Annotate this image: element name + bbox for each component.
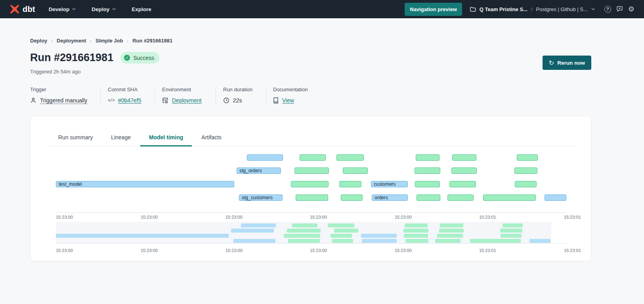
axis-tick-label: 15:23:00 [141,215,158,219]
gantt-bar-stg_customers[interactable]: stg_customers [239,194,283,201]
gantt-bar-orders[interactable]: orders [372,194,408,201]
breadcrumb-deployment[interactable]: Deployment [57,38,86,44]
nav-menu: Develop Deploy Explore [49,6,151,12]
environment-link[interactable]: Deployment [172,97,202,104]
overview-bars [56,223,567,243]
breadcrumb-separator: › [90,38,92,43]
chevron-down-icon [591,8,595,10]
gantt-bar[interactable] [294,167,329,174]
gantt-bar[interactable] [296,194,328,201]
meta-documentation: Documentation View [266,87,325,104]
gantt-bar[interactable] [415,181,440,187]
mini-bar [288,239,320,243]
mini-bar [503,223,523,227]
run-detail-card: Run summary Lineage Model timing Artifac… [30,116,591,261]
nav-item-develop[interactable]: Develop [49,6,76,12]
documentation-view-link[interactable]: View [282,97,294,104]
breadcrumb-deploy[interactable]: Deploy [30,38,47,44]
gantt-bar[interactable] [483,194,536,201]
gantt-bar[interactable] [416,154,440,161]
nav-item-deploy[interactable]: Deploy [92,6,116,12]
gantt-bar[interactable] [545,194,566,201]
axis-tick-label: 15:23:00 [310,215,327,219]
duration-value: 22s [233,97,242,104]
gantt-bar-stg_orders[interactable]: stg_orders [237,167,281,174]
gantt-bar[interactable] [300,154,326,161]
model-timing-gantt: stg_orderstest_modelcustomersstg_custome… [56,154,567,201]
folder-icon [470,7,476,12]
page-title: Run #291661981 [30,52,113,64]
mini-bar [529,239,550,243]
help-icon[interactable]: ? [604,6,611,13]
chevron-down-icon [112,8,116,10]
tab-run-summary[interactable]: Run summary [50,129,101,146]
tab-lineage[interactable]: Lineage [102,129,140,146]
gantt-bar[interactable] [343,167,368,174]
nav-item-label: Explore [132,6,151,12]
mini-bar [292,223,317,227]
project-selector[interactable]: Q Team Pristine S... / Postgres | Github… [470,6,595,12]
meta-run-duration: Run duration 22s [216,87,266,104]
gantt-bar[interactable] [517,154,538,161]
trigger-value[interactable]: Triggered manually [40,97,87,104]
gantt-bar[interactable] [415,167,440,174]
timeline-overview-brush[interactable] [56,222,567,244]
gantt-bar[interactable] [447,194,474,201]
gantt-bar[interactable] [515,181,537,187]
mini-bar [440,223,463,227]
dbt-logo-icon [10,4,20,14]
top-navbar: dbt Develop Deploy Explore Navigation pr… [0,0,644,18]
gear-icon[interactable]: ⚙ [628,6,634,13]
axis-tick-label: 15:23:00 [395,215,412,219]
gantt-bar[interactable] [291,181,329,187]
axis-tick-label: 15:23:00 [56,215,73,219]
mini-bar [361,234,397,238]
gantt-bar[interactable] [449,181,476,187]
gantt-bar[interactable] [247,154,283,161]
mini-bar [241,223,276,227]
nav-item-explore[interactable]: Explore [132,6,151,12]
gantt-bar[interactable] [339,181,361,187]
gantt-bar[interactable] [451,167,477,174]
mini-bar [405,223,428,227]
mini-bar [284,234,320,238]
commit-sha-link[interactable]: #0b47ef5 [118,97,141,104]
gantt-bar-customers[interactable]: customers [371,181,408,187]
status-label: Success [133,55,154,61]
axis-tick-label: 15:23:00 [310,248,327,253]
nav-icons: ? ⚙ [604,6,634,13]
project-separator: / [531,6,533,12]
rerun-now-button[interactable]: ↻ Rerun now [543,56,591,70]
mini-bar [56,234,229,238]
dbt-logo-text: dbt [23,5,35,14]
gantt-bar[interactable] [417,194,440,201]
mini-bar [231,229,274,233]
triggered-timestamp: Triggered 2h 54m ago [30,69,80,75]
mini-bar [362,239,397,243]
axis-tick-label: 15:23:00 [395,248,412,253]
meta-label: Trigger [30,87,92,92]
gantt-bar[interactable] [336,154,364,161]
feedback-icon[interactable] [616,6,623,12]
tab-bar: Run summary Lineage Model timing Artifac… [46,116,575,146]
refresh-icon: ↻ [549,59,554,67]
breadcrumb-current-run: Run #291661981 [132,38,172,44]
navigation-preview-button[interactable]: Navigation preview [405,3,462,16]
tab-artifacts[interactable]: Artifacts [193,129,230,146]
gantt-bar-test_model[interactable]: test_model [56,181,234,187]
dbt-logo[interactable]: dbt [10,4,35,14]
run-meta-row: Trigger Triggered manually Commit SHA </… [30,87,325,104]
gantt-bar[interactable] [514,167,537,174]
mini-bar [334,229,358,233]
tab-model-timing[interactable]: Model timing [140,129,192,146]
axis-tick-label: 15:23:01 [564,215,581,219]
breadcrumb-separator: › [127,38,128,43]
breadcrumb-job[interactable]: SImple Job [96,38,123,44]
clock-icon [223,97,229,104]
axis-tick-label: 15:23:00 [56,248,73,253]
gantt-bar[interactable] [452,154,476,161]
gantt-bar[interactable] [341,194,363,201]
meta-trigger: Trigger Triggered manually [30,87,100,104]
overview-axis-line [56,243,567,244]
status-badge: ✓ Success [120,52,159,63]
